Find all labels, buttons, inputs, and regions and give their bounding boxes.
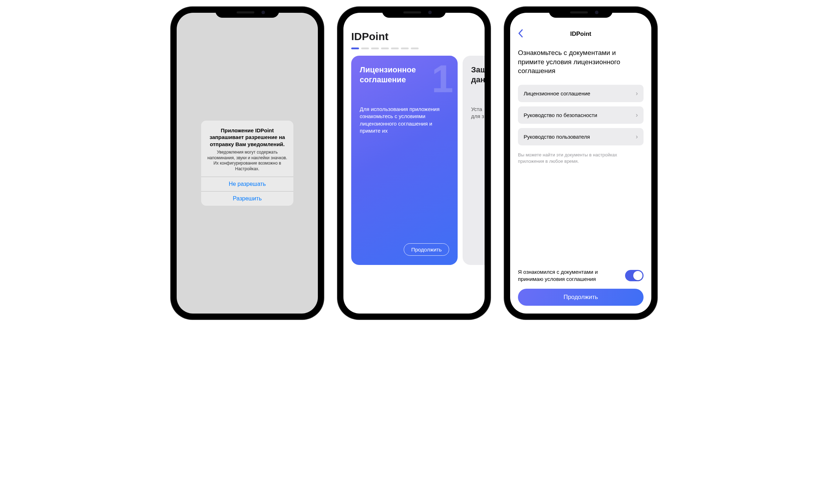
page-dot [411, 48, 419, 49]
notch [215, 7, 279, 18]
consent-label: Я ознакомился с документами и принимаю у… [518, 268, 620, 282]
chevron-right-icon: › [636, 111, 638, 119]
phone-frame-3: IDPoint Ознакомьтесь с документами и при… [504, 7, 657, 319]
onboarding-cards[interactable]: 1 Лицензионное соглашение Для использова… [351, 56, 485, 265]
text-fragment: Уста [471, 106, 482, 112]
card-number: 1 [432, 59, 453, 98]
page-dot [351, 48, 359, 49]
page-dot [401, 48, 409, 49]
nav-title: IDPoint [570, 31, 591, 38]
nav-bar: IDPoint [518, 27, 644, 41]
notch [382, 7, 446, 18]
chevron-right-icon: › [636, 133, 638, 140]
hint-text: Вы можете найти эти документы в настройк… [518, 152, 644, 165]
text-fragment: дан [471, 75, 485, 84]
continue-button[interactable]: Продолжить [404, 243, 449, 256]
onboarding-card-license: 1 Лицензионное соглашение Для использова… [351, 56, 458, 265]
doc-label: Лицензионное соглашение [524, 90, 590, 96]
screen-documents: IDPoint Ознакомьтесь с документами и при… [510, 13, 651, 314]
onboarding-card-next: Защ дан Уста для з [463, 56, 485, 265]
screen-notification-permission: Приложение IDPoint запрашивает разрешени… [177, 13, 318, 314]
page-dot [381, 48, 389, 49]
alert-message: Уведомления могут содержать напоминания,… [207, 150, 288, 172]
deny-button[interactable]: Не разрешать [201, 177, 293, 191]
consent-row: Я ознакомился с документами и принимаю у… [518, 268, 644, 282]
doc-item-license[interactable]: Лицензионное соглашение › [518, 85, 644, 102]
page-dot [371, 48, 379, 49]
doc-item-security[interactable]: Руководство по безопасности › [518, 106, 644, 124]
card-description: Уста для з [471, 106, 485, 120]
continue-button[interactable]: Продолжить [518, 289, 644, 306]
spacer [518, 165, 644, 268]
text-fragment: для з [471, 113, 484, 119]
notch [549, 7, 613, 18]
alert-body: Приложение IDPoint запрашивает разрешени… [201, 121, 293, 177]
phone-frame-2: IDPoint 1 Лицензионное соглашение Для ис… [338, 7, 490, 319]
doc-label: Руководство по безопасности [524, 112, 597, 118]
page-dot [361, 48, 369, 49]
intro-text: Ознакомьтесь с документами и примите усл… [518, 48, 644, 76]
doc-label: Руководство пользователя [524, 134, 590, 140]
alert-title: Приложение IDPoint запрашивает разрешени… [207, 127, 288, 148]
page-indicator [351, 48, 485, 49]
app-title: IDPoint [351, 31, 485, 43]
page-dot [391, 48, 399, 49]
card-description: Для использования приложения ознакомьтес… [360, 106, 449, 134]
phone-frame-1: Приложение IDPoint запрашивает разрешени… [171, 7, 324, 319]
system-alert: Приложение IDPoint запрашивает разрешени… [201, 121, 293, 206]
text-fragment: Защ [471, 65, 485, 74]
doc-item-user-guide[interactable]: Руководство пользователя › [518, 128, 644, 145]
chevron-left-icon [518, 29, 523, 38]
allow-button[interactable]: Разрешить [201, 191, 293, 206]
card-title: Защ дан [471, 65, 485, 84]
screen-onboarding: IDPoint 1 Лицензионное соглашение Для ис… [343, 13, 485, 314]
chevron-right-icon: › [636, 90, 638, 97]
consent-toggle[interactable] [625, 270, 644, 281]
back-button[interactable] [518, 29, 523, 38]
